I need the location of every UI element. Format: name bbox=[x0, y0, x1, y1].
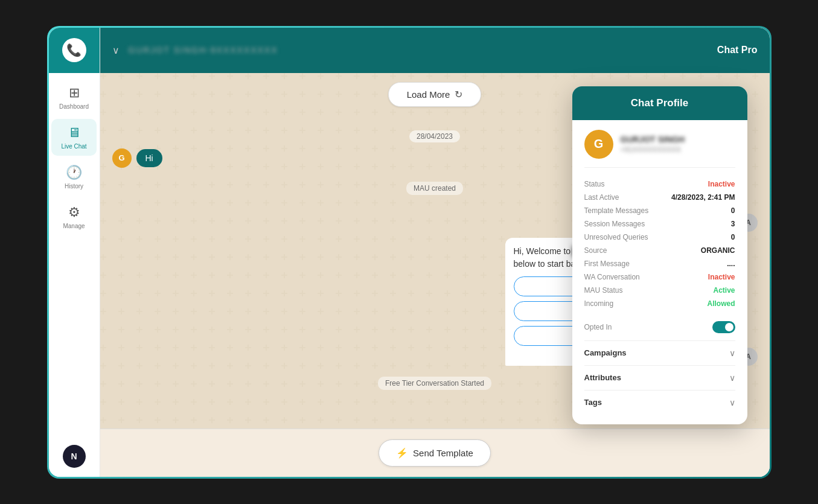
profile-field-last-active: Last Active 4/28/2023, 2:41 PM bbox=[584, 191, 735, 204]
profile-avatar: G bbox=[584, 130, 613, 159]
tags-header[interactable]: Tags ∨ bbox=[584, 398, 735, 407]
send-template-button[interactable]: ⚡ Send Template bbox=[379, 439, 491, 467]
profile-phone: +91XXXXXXXXXX bbox=[621, 145, 685, 154]
attributes-section: Attributes ∨ bbox=[584, 365, 735, 390]
tags-chevron-icon: ∨ bbox=[729, 398, 735, 407]
profile-label-status: Status bbox=[584, 177, 668, 191]
campaigns-title: Campaigns bbox=[584, 348, 627, 357]
load-more-button[interactable]: Load More ↻ bbox=[388, 82, 482, 107]
load-more-label: Load More bbox=[407, 89, 450, 100]
sidebar-label-dashboard: Dashboard bbox=[59, 103, 89, 110]
profile-field-wa-conversation: WA Conversation Inactive bbox=[584, 270, 735, 284]
chat-footer: ⚡ Send Template bbox=[100, 429, 770, 477]
profile-label-wa-conversation: WA Conversation bbox=[584, 270, 668, 284]
profile-field-mau-status: MAU Status Active bbox=[584, 284, 735, 297]
profile-user-row: G GURJOT SINGH +91XXXXXXXXXX bbox=[584, 130, 735, 168]
attributes-chevron-icon: ∨ bbox=[729, 373, 735, 383]
campaigns-chevron-icon: ∨ bbox=[729, 348, 735, 358]
profile-field-status: Status Inactive bbox=[584, 177, 735, 191]
profile-field-first-message: First Message .... bbox=[584, 257, 735, 270]
sidebar-item-dashboard[interactable]: ⊞ Dashboard bbox=[51, 79, 97, 116]
phone-icon: 📞 bbox=[62, 38, 86, 62]
profile-panel-title: Chat Profile bbox=[631, 97, 688, 109]
profile-value-template-messages: 0 bbox=[667, 204, 735, 217]
sidebar-label-history: History bbox=[65, 183, 83, 190]
opted-in-toggle[interactable] bbox=[712, 321, 735, 333]
profile-field-session-messages: Session Messages 3 bbox=[584, 217, 735, 231]
attributes-title: Attributes bbox=[584, 373, 621, 382]
campaigns-section: Campaigns ∨ bbox=[584, 340, 735, 365]
profile-info-table: Status Inactive Last Active 4/28/2023, 2… bbox=[584, 177, 735, 310]
chat-profile-label: Chat Pro bbox=[717, 45, 758, 56]
profile-label-source: Source bbox=[584, 244, 668, 257]
profile-value-incoming: Allowed bbox=[667, 297, 735, 310]
sidebar-bottom: N bbox=[63, 436, 86, 477]
top-bar: ∨ GURJOT SINGH-9XXXXXXXXX Chat Pro bbox=[100, 28, 770, 73]
profile-value-unresolved: 0 bbox=[667, 231, 735, 244]
profile-body: G GURJOT SINGH +91XXXXXXXXXX Status Inac… bbox=[572, 120, 747, 424]
profile-field-unresolved: Unresolved Queries 0 bbox=[584, 231, 735, 244]
sidebar: 📞 ⊞ Dashboard 🖥 Live Chat 🕐 History ⚙ Ma bbox=[49, 28, 100, 477]
manage-icon: ⚙ bbox=[68, 205, 80, 220]
history-icon: 🕐 bbox=[66, 165, 82, 180]
opted-in-row: Opted In bbox=[584, 319, 735, 336]
profile-field-template-messages: Template Messages 0 bbox=[584, 204, 735, 217]
profile-label-last-active: Last Active bbox=[584, 191, 668, 204]
app-container: 📞 ⊞ Dashboard 🖥 Live Chat 🕐 History ⚙ Ma bbox=[47, 26, 772, 479]
sidebar-logo: 📞 bbox=[49, 28, 100, 73]
profile-value-mau-status: Active bbox=[667, 284, 735, 297]
profile-value-first-message: .... bbox=[667, 257, 735, 270]
refresh-icon: ↻ bbox=[455, 89, 462, 100]
profile-value-last-active: 4/28/2023, 2:41 PM bbox=[667, 191, 735, 204]
hi-bubble: Hi bbox=[136, 149, 162, 167]
send-template-label: Send Template bbox=[413, 448, 473, 458]
profile-name: GURJOT SINGH bbox=[621, 135, 685, 144]
profile-user-info: GURJOT SINGH +91XXXXXXXXXX bbox=[621, 135, 685, 154]
contact-name: GURJOT SINGH-9XXXXXXXXX bbox=[129, 45, 278, 55]
profile-value-source: ORGANIC bbox=[667, 244, 735, 257]
chat-profile-panel: Chat Profile G GURJOT SINGH +91XXXXXXXXX… bbox=[572, 86, 747, 424]
profile-label-incoming: Incoming bbox=[584, 297, 668, 310]
profile-label-session-messages: Session Messages bbox=[584, 217, 668, 231]
profile-label-mau-status: MAU Status bbox=[584, 284, 668, 297]
dashboard-icon: ⊞ bbox=[69, 85, 80, 101]
sidebar-label-live-chat: Live Chat bbox=[61, 143, 86, 150]
profile-value-wa-conversation: Inactive bbox=[667, 270, 735, 284]
tags-section: Tags ∨ bbox=[584, 390, 735, 415]
profile-field-incoming: Incoming Allowed bbox=[584, 297, 735, 310]
campaigns-header[interactable]: Campaigns ∨ bbox=[584, 348, 735, 358]
sidebar-label-manage: Manage bbox=[63, 223, 85, 229]
profile-value-session-messages: 3 bbox=[667, 217, 735, 231]
free-tier-message: Free Tier Conversation Started bbox=[378, 377, 491, 390]
profile-header: Chat Profile bbox=[572, 86, 747, 120]
sidebar-item-manage[interactable]: ⚙ Manage bbox=[51, 199, 97, 235]
profile-label-template-messages: Template Messages bbox=[584, 204, 668, 217]
user-avatar-sidebar[interactable]: N bbox=[63, 445, 86, 468]
live-chat-icon: 🖥 bbox=[68, 125, 81, 141]
sidebar-item-history[interactable]: 🕐 History bbox=[51, 159, 97, 196]
sidebar-nav: ⊞ Dashboard 🖥 Live Chat 🕐 History ⚙ Mana… bbox=[51, 73, 97, 436]
contact-avatar: G bbox=[112, 148, 132, 168]
opted-in-label: Opted In bbox=[584, 323, 612, 331]
chevron-icon[interactable]: ∨ bbox=[112, 45, 120, 56]
profile-label-unresolved: Unresolved Queries bbox=[584, 231, 668, 244]
sidebar-item-live-chat[interactable]: 🖥 Live Chat bbox=[51, 119, 97, 156]
profile-label-first-message: First Message bbox=[584, 257, 668, 270]
date-separator: 28/04/2023 bbox=[409, 130, 460, 142]
bot-text-prefix: Hi, Welcome to bbox=[514, 246, 571, 256]
attributes-header[interactable]: Attributes ∨ bbox=[584, 373, 735, 383]
profile-field-source: Source ORGANIC bbox=[584, 244, 735, 257]
tags-title: Tags bbox=[584, 398, 602, 407]
profile-value-status: Inactive bbox=[667, 177, 735, 191]
mau-created-message: MAU created bbox=[406, 182, 463, 195]
bolt-icon: ⚡ bbox=[396, 447, 408, 459]
